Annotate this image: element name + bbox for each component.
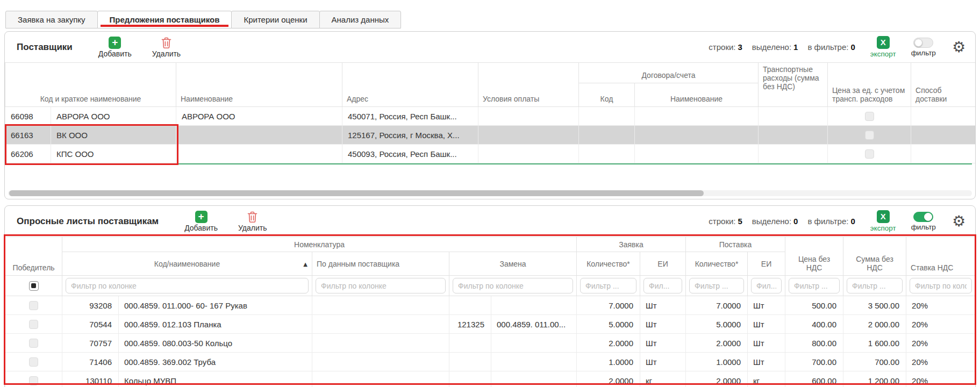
selected-count: выделено:0 bbox=[752, 217, 798, 226]
filter-input-qty-request[interactable] bbox=[580, 278, 636, 293]
col-header-qty-delivery[interactable]: Количество* bbox=[686, 252, 748, 276]
add-sheet-button[interactable]: + Добавить bbox=[184, 211, 218, 232]
col-header-unit-delivery[interactable]: ЕИ bbox=[748, 252, 785, 276]
filter-input-qty-delivery[interactable] bbox=[689, 278, 744, 293]
add-sheet-label: Добавить bbox=[184, 224, 218, 232]
filter-toggle[interactable] bbox=[913, 212, 933, 222]
delete-supplier-button[interactable]: Удалить bbox=[152, 37, 181, 58]
delete-sheet-button[interactable]: Удалить bbox=[238, 211, 267, 232]
select-all-checkbox[interactable] bbox=[29, 281, 39, 291]
export-button[interactable]: X экспорт bbox=[870, 210, 896, 232]
col-header-price[interactable]: Цена без НДС bbox=[785, 237, 843, 276]
unit-price-checkbox[interactable] bbox=[865, 131, 874, 140]
cell-qty-request: 2.0000 bbox=[577, 371, 640, 387]
cell-name: 000.4859. 080.003-50 Кольцо bbox=[119, 334, 312, 353]
cell-repl-code bbox=[449, 296, 491, 315]
sheet-row-1[interactable]: 70544 000.4859. 012.103 Планка 121325 00… bbox=[5, 315, 976, 334]
winner-checkbox[interactable] bbox=[29, 301, 38, 310]
filter-toggle[interactable] bbox=[913, 38, 933, 48]
cell-name bbox=[176, 145, 342, 163]
winner-checkbox[interactable] bbox=[29, 339, 38, 348]
gear-icon[interactable]: ⚙ bbox=[952, 40, 965, 55]
col-header-payment[interactable]: Условия оплаты bbox=[478, 63, 579, 107]
cell-sum: 2 000.00 bbox=[843, 315, 906, 334]
filter-input-by-supplier[interactable] bbox=[316, 278, 446, 293]
cell-unit-delivery: Шт bbox=[748, 296, 785, 315]
tab-evaluation-criteria[interactable]: Критерии оценки bbox=[231, 11, 319, 28]
cell-contract-name bbox=[635, 107, 759, 126]
cell-unit-price-flag bbox=[828, 145, 911, 163]
col-header-contract-name[interactable]: Наименование bbox=[635, 83, 759, 107]
cell-unit-request: Шт bbox=[640, 296, 686, 315]
unit-price-checkbox[interactable] bbox=[865, 149, 874, 159]
col-header-replacement[interactable]: Замена bbox=[449, 252, 577, 276]
cell-winner bbox=[5, 371, 62, 387]
cell-qty-request: 7.0000 bbox=[577, 296, 640, 315]
sheet-row-2[interactable]: 70757 000.4859. 080.003-50 Кольцо 2.0000… bbox=[5, 334, 976, 353]
cell-address: 125167, Россия, г Москва, Х... bbox=[342, 126, 478, 145]
export-button[interactable]: X экспорт bbox=[870, 36, 896, 58]
supplier-row-2[interactable]: 66206 КПС ООО 450093, Россия, Респ Башк.… bbox=[5, 145, 976, 163]
col-header-contract-code[interactable]: Код bbox=[579, 83, 635, 107]
col-header-delivery[interactable]: Способ доставки bbox=[911, 63, 976, 107]
excel-icon: X bbox=[877, 36, 890, 49]
filter-unit-request-cell bbox=[640, 276, 686, 296]
suppliers-panel-header: Поставщики + Добавить Удалить строки:3 в… bbox=[5, 32, 975, 62]
filter-input-unit-delivery[interactable] bbox=[751, 278, 782, 293]
col-header-code-name[interactable]: Код/наименование ▲ bbox=[62, 252, 312, 276]
supplier-row-0[interactable]: 66098 АВРОРА ООО АВРОРА ООО 450071, Росс… bbox=[5, 107, 976, 126]
filter-input-unit-request[interactable] bbox=[643, 278, 682, 293]
cell-unit-delivery: Шт bbox=[748, 353, 785, 371]
col-header-vat[interactable]: Ставка НДС bbox=[906, 237, 976, 276]
col-header-unit-request[interactable]: ЕИ bbox=[640, 252, 686, 276]
cell-repl-code bbox=[449, 371, 491, 387]
add-supplier-button[interactable]: + Добавить bbox=[98, 37, 132, 58]
col-header-address[interactable]: Адрес bbox=[342, 63, 478, 107]
cell-unit-request: Шт bbox=[640, 334, 686, 353]
col-header-unit-price[interactable]: Цена за ед. с учетом трансп. расходов bbox=[828, 63, 911, 107]
supplier-row-1[interactable]: 66163 ВК ООО 125167, Россия, г Москва, Х… bbox=[5, 126, 976, 145]
cell-repl-code bbox=[449, 334, 491, 353]
horizontal-scrollbar-thumb[interactable] bbox=[9, 190, 704, 196]
tab-purchase-request[interactable]: Заявка на закупку bbox=[5, 11, 98, 28]
winner-checkbox[interactable] bbox=[29, 320, 38, 329]
filter-input-code-name[interactable] bbox=[66, 278, 309, 293]
suppliers-panel: Поставщики + Добавить Удалить строки:3 в… bbox=[4, 31, 976, 199]
sheet-row-3[interactable]: 71406 000.4859. 369.002 Труба 1.0000 Шт … bbox=[5, 353, 976, 371]
gear-icon[interactable]: ⚙ bbox=[952, 214, 965, 229]
col-header-transport[interactable]: Транспортные расходы (сумма без НДС) bbox=[759, 63, 828, 107]
filter-qty-request-cell bbox=[577, 276, 640, 296]
col-header-qty-request[interactable]: Количество* bbox=[577, 252, 640, 276]
filter-input-price[interactable] bbox=[789, 278, 840, 293]
suppliers-stats: строки:3 выделено:1 в фильтре:0 bbox=[709, 42, 855, 52]
cell-name: Кольцо МУВП bbox=[119, 371, 312, 387]
filter-input-sum[interactable] bbox=[847, 278, 903, 293]
col-header-sum[interactable]: Сумма без НДС bbox=[843, 237, 906, 276]
col-header-winner[interactable]: Победитель bbox=[5, 237, 62, 276]
col-header-code-short[interactable]: Код и краткое наименование bbox=[5, 63, 176, 107]
export-label: экспорт bbox=[870, 224, 896, 232]
cell-repl-code bbox=[449, 353, 491, 371]
sheet-row-0[interactable]: 93208 000.4859. 011.000- 60- 167 Рукав 7… bbox=[5, 296, 976, 315]
filtered-count: в фильтре:0 bbox=[807, 42, 855, 52]
cell-contract-code bbox=[579, 126, 635, 145]
cell-contract-code bbox=[579, 145, 635, 163]
cell-winner bbox=[5, 353, 62, 371]
col-header-name[interactable]: Наименование bbox=[176, 63, 342, 107]
cell-repl-name bbox=[491, 296, 577, 315]
filter-replacement-cell bbox=[449, 276, 577, 296]
cell-delivery bbox=[911, 107, 976, 126]
winner-checkbox[interactable] bbox=[29, 376, 38, 385]
col-header-by-supplier[interactable]: По данным поставщика bbox=[312, 252, 449, 276]
tab-data-analysis[interactable]: Анализ данных bbox=[319, 11, 402, 28]
cell-by-supplier bbox=[312, 296, 449, 315]
toggle-knob bbox=[914, 39, 922, 47]
cell-repl-name bbox=[491, 353, 577, 371]
tab-supplier-offers[interactable]: Предложения поставщиков bbox=[97, 11, 232, 28]
unit-price-checkbox[interactable] bbox=[865, 112, 874, 121]
winner-checkbox[interactable] bbox=[29, 357, 38, 367]
cell-name: 000.4859. 369.002 Труба bbox=[119, 353, 312, 371]
sheet-row-4[interactable]: 130110 Кольцо МУВП 2.0000 кг 2.0000 кг 6… bbox=[5, 371, 976, 387]
filter-input-vat[interactable] bbox=[910, 278, 972, 293]
filter-input-replacement[interactable] bbox=[453, 278, 573, 293]
